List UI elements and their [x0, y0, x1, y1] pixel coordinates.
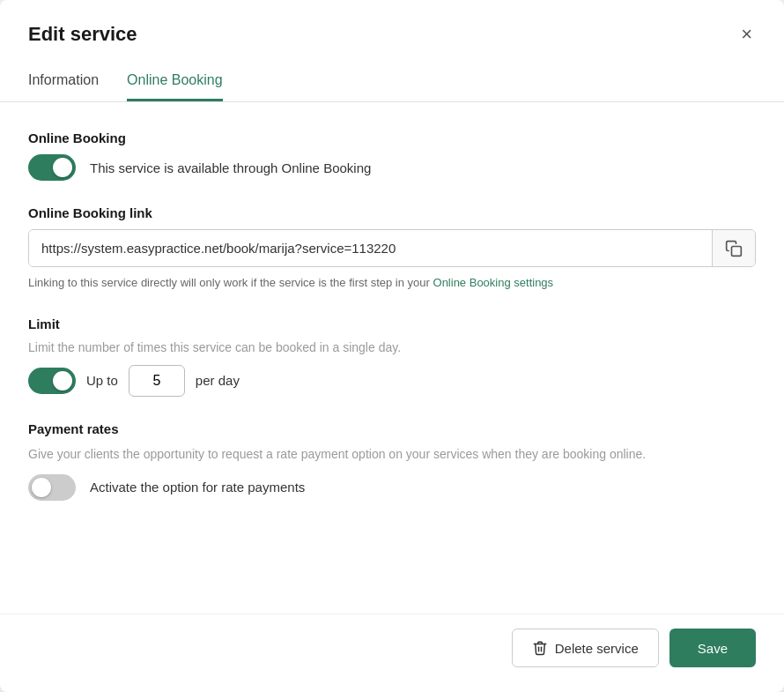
online-booking-toggle-label: This service is available through Online…	[90, 160, 371, 175]
save-button[interactable]: Save	[669, 629, 756, 667]
payment-rates-slider	[28, 474, 76, 501]
copy-icon	[725, 240, 743, 257]
payment-rates-toggle-row: Activate the option for rate payments	[28, 474, 756, 501]
limit-value-input[interactable]	[129, 365, 185, 397]
payment-rates-toggle-label: Activate the option for rate payments	[90, 480, 305, 495]
booking-link-section: Online Booking link Linking to this serv…	[28, 205, 756, 292]
booking-link-input[interactable]	[29, 230, 712, 266]
edit-service-modal: Edit service × Information Online Bookin…	[0, 0, 784, 692]
per-day-label: per day	[196, 373, 240, 388]
limit-subtitle: Limit the number of times this service c…	[28, 340, 756, 354]
limit-slider	[28, 368, 76, 394]
payment-rates-subtitle: Give your clients the opportunity to req…	[28, 445, 756, 464]
delete-service-label: Delete service	[555, 641, 639, 656]
modal-header: Edit service ×	[0, 0, 784, 48]
online-booking-title: Online Booking	[28, 130, 756, 145]
booking-settings-link[interactable]: Online Booking settings	[433, 276, 554, 289]
delete-service-button[interactable]: Delete service	[512, 629, 659, 667]
online-booking-slider	[28, 154, 76, 181]
close-button[interactable]: ×	[737, 21, 756, 48]
online-booking-section: Online Booking This service is available…	[28, 130, 756, 181]
online-booking-toggle-row: This service is available through Online…	[28, 154, 756, 181]
payment-rates-section: Payment rates Give your clients the oppo…	[28, 421, 756, 501]
payment-rates-toggle[interactable]	[28, 474, 76, 501]
modal-body: Online Booking This service is available…	[0, 102, 784, 614]
booking-link-title: Online Booking link	[28, 205, 756, 220]
payment-rates-title: Payment rates	[28, 421, 756, 436]
modal-title: Edit service	[28, 23, 137, 46]
tab-online-booking[interactable]: Online Booking	[127, 63, 223, 101]
booking-link-hint: Linking to this service directly will on…	[28, 274, 756, 292]
copy-link-button[interactable]	[712, 230, 755, 266]
limit-row: Up to per day	[28, 365, 756, 397]
limit-section: Limit Limit the number of times this ser…	[28, 316, 756, 397]
hint-text: Linking to this service directly will on…	[28, 276, 433, 289]
svg-rect-0	[732, 246, 742, 256]
modal-footer: Delete service Save	[0, 614, 784, 692]
tabs-container: Information Online Booking	[0, 63, 784, 102]
limit-toggle[interactable]	[28, 368, 76, 394]
booking-link-input-row	[28, 229, 756, 267]
trash-icon	[532, 640, 548, 656]
up-to-label: Up to	[86, 373, 118, 388]
online-booking-toggle[interactable]	[28, 154, 76, 181]
limit-title: Limit	[28, 316, 756, 331]
tab-information[interactable]: Information	[28, 63, 99, 101]
